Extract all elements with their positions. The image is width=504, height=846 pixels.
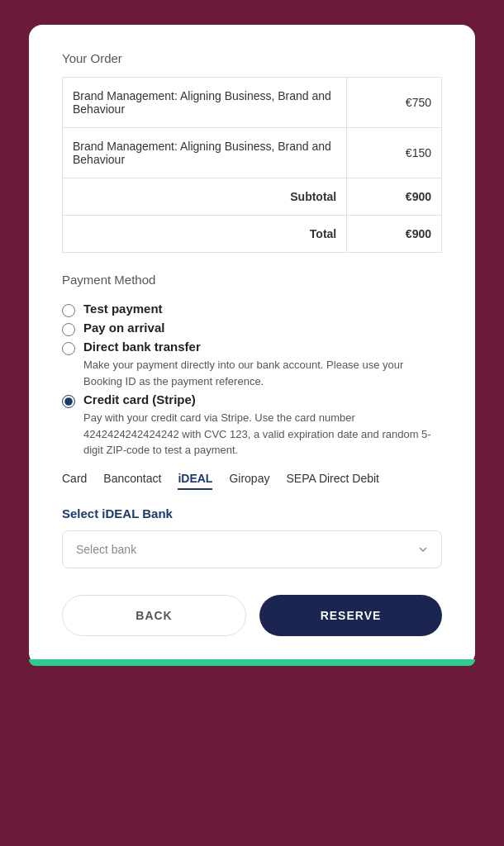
radio-test[interactable]: [62, 304, 75, 317]
radio-arrival[interactable]: [62, 323, 75, 336]
order-item-name: Brand Management: Aligning Business, Bra…: [63, 78, 347, 128]
order-item-row: Brand Management: Aligning Business, Bra…: [63, 78, 442, 128]
radio-desc-bank: Make your payment directly into our bank…: [83, 357, 442, 389]
subtotal-row: Subtotal €900: [63, 178, 442, 216]
subtotal-label: Subtotal: [63, 178, 347, 216]
order-item-price: €750: [347, 78, 442, 128]
radio-desc-credit: Pay with your credit card via Stripe. Us…: [83, 410, 442, 459]
label-block-test: Test payment: [83, 302, 163, 316]
total-value: €900: [347, 216, 442, 253]
radio-credit[interactable]: [62, 395, 75, 408]
total-row: Total €900: [63, 216, 442, 253]
main-card: Your Order Brand Management: Aligning Bu…: [29, 25, 475, 666]
radio-label-test: Test payment: [83, 302, 163, 316]
label-block-credit: Credit card (Stripe)Pay with your credit…: [83, 392, 442, 459]
order-item-name: Brand Management: Aligning Business, Bra…: [63, 128, 347, 178]
order-item-row: Brand Management: Aligning Business, Bra…: [63, 128, 442, 178]
label-block-bank: Direct bank transferMake your payment di…: [83, 340, 442, 389]
label-block-arrival: Pay on arrival: [83, 321, 164, 335]
footer-buttons: BACK RESERVE: [62, 595, 442, 636]
subtotal-value: €900: [347, 178, 442, 216]
payment-options: Test paymentPay on arrivalDirect bank tr…: [62, 302, 442, 459]
payment-section-title: Payment Method: [62, 273, 442, 287]
ideal-section-title: Select iDEAL Bank: [62, 506, 442, 520]
payment-option-test[interactable]: Test payment: [62, 302, 442, 317]
tab-sepa[interactable]: SEPA Direct Debit: [286, 472, 379, 490]
tab-card[interactable]: Card: [62, 472, 87, 490]
payment-tabs: CardBancontactiDEALGiropaySEPA Direct De…: [62, 472, 442, 490]
radio-label-arrival: Pay on arrival: [83, 321, 164, 335]
tab-bancontact[interactable]: Bancontact: [103, 472, 161, 490]
tab-giropay[interactable]: Giropay: [229, 472, 269, 490]
payment-option-bank[interactable]: Direct bank transferMake your payment di…: [62, 340, 442, 389]
order-section-title: Your Order: [62, 51, 442, 65]
payment-option-arrival[interactable]: Pay on arrival: [62, 321, 442, 336]
radio-bank[interactable]: [62, 342, 75, 355]
order-table: Brand Management: Aligning Business, Bra…: [62, 77, 442, 253]
bank-select[interactable]: Select bankABN AMROASN BankBunqINGKnabRa…: [62, 530, 442, 568]
payment-option-credit[interactable]: Credit card (Stripe)Pay with your credit…: [62, 392, 442, 459]
reserve-button[interactable]: RESERVE: [259, 595, 442, 636]
radio-label-bank: Direct bank transfer: [83, 340, 442, 354]
total-label: Total: [63, 216, 347, 253]
tab-ideal[interactable]: iDEAL: [178, 472, 212, 490]
order-item-price: €150: [347, 128, 442, 178]
back-button[interactable]: BACK: [62, 595, 246, 636]
radio-label-credit: Credit card (Stripe): [83, 392, 442, 406]
